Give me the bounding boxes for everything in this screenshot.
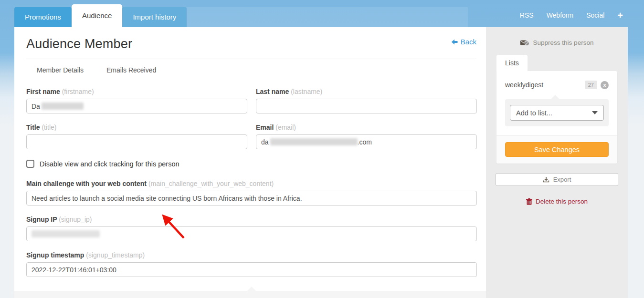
email-suffix-text: .com <box>358 138 372 146</box>
add-to-list-select[interactable]: Add to list... <box>510 105 604 121</box>
tracking-checkbox[interactable] <box>26 160 34 168</box>
first-name-input[interactable]: Da <box>26 99 247 113</box>
nav-link-rss[interactable]: RSS <box>520 11 534 19</box>
field-signup-timestamp: Signup timestamp (signup_timestamp) <box>26 251 477 277</box>
page-title: Audience Member <box>26 37 476 51</box>
main-nav-tabs: Promotions Audience Import history <box>14 4 187 27</box>
trash-icon <box>526 198 532 205</box>
export-button[interactable]: Export <box>496 173 618 186</box>
title-input[interactable] <box>26 134 247 149</box>
suppress-mail-icon <box>520 40 529 46</box>
remove-from-list-icon[interactable]: x <box>601 81 609 89</box>
title-divider <box>26 59 476 59</box>
title-label: Title <box>26 123 40 131</box>
back-arrow-icon <box>451 39 458 45</box>
signup-timestamp-input[interactable] <box>26 262 477 277</box>
email-label: Email <box>256 123 274 131</box>
tab-import-history[interactable]: Import history <box>122 7 187 27</box>
field-email: Email (email) da .com <box>256 123 477 149</box>
subtab-emails-received[interactable]: Emails Received <box>106 66 156 74</box>
back-label: Back <box>461 38 476 46</box>
member-subtabs: Member Details Emails Received <box>37 66 476 74</box>
list-item: weeklydigest 27 x <box>505 81 609 89</box>
tracking-checkbox-row: Disable view and click tracking for this… <box>26 160 477 168</box>
signup-timestamp-label: Signup timestamp <box>26 251 84 259</box>
nav-link-webform[interactable]: Webform <box>547 11 574 19</box>
nav-link-social[interactable]: Social <box>586 11 604 19</box>
download-icon <box>543 176 549 183</box>
tab-lists[interactable]: Lists <box>496 55 528 71</box>
add-panel-caret <box>551 95 560 99</box>
list-count-badge: 27 <box>585 81 597 89</box>
app-window: Promotions Audience Import history RSS W… <box>0 0 644 298</box>
last-name-input[interactable] <box>256 99 477 113</box>
add-to-list-panel: Add to list... <box>505 99 609 126</box>
bottom-panel-edge <box>14 291 486 298</box>
title-key: (title) <box>42 123 56 131</box>
subtab-member-details[interactable]: Member Details <box>37 66 84 74</box>
suppress-person-action[interactable]: Suppress this person <box>486 39 628 46</box>
bottom-panel-caret <box>247 287 256 291</box>
field-signup-ip: Signup IP (signup_ip) <box>26 216 477 241</box>
right-sidebar: Suppress this person Lists weeklydigest … <box>486 27 628 298</box>
redacted-text <box>42 103 84 110</box>
tab-promotions[interactable]: Promotions <box>14 7 72 27</box>
first-name-label: First name <box>26 88 60 95</box>
signup-ip-key: (signup_ip) <box>59 216 92 223</box>
export-button-label: Export <box>553 176 571 183</box>
tracking-checkbox-label: Disable view and click tracking for this… <box>40 160 179 168</box>
signup-ip-input[interactable] <box>26 226 477 241</box>
back-link[interactable]: Back <box>451 38 476 46</box>
email-key: (email) <box>275 123 296 131</box>
suppress-person-label: Suppress this person <box>533 39 594 46</box>
last-name-label: Last name <box>256 88 289 95</box>
signup-timestamp-key: (signup_timestamp) <box>86 251 145 259</box>
main-panel: Audience Member Back Member Details Emai… <box>14 27 486 298</box>
main-challenge-label: Main challenge with your web content <box>26 180 147 187</box>
tab-audience[interactable]: Audience <box>72 4 123 27</box>
main-challenge-input[interactable] <box>26 191 477 206</box>
nav-right-links: RSS Webform Social + <box>520 11 623 19</box>
chevron-down-icon <box>592 111 598 114</box>
first-name-key: (firstname) <box>62 88 94 95</box>
field-title: Title (title) <box>26 123 247 149</box>
add-plus-icon[interactable]: + <box>617 12 623 19</box>
save-changes-button[interactable]: Save Changes <box>505 142 609 157</box>
redacted-text <box>270 138 358 145</box>
lists-card: weeklydigest 27 x Add to list... Save Ch… <box>496 71 617 164</box>
email-prefix-text: da <box>261 138 269 146</box>
signup-ip-label: Signup IP <box>26 216 57 223</box>
delete-person-action[interactable]: Delete this person <box>486 198 628 205</box>
first-name-visible-text: Da <box>32 103 40 110</box>
email-input[interactable]: da .com <box>256 134 477 149</box>
field-last-name: Last name (lastname) <box>256 88 477 113</box>
field-main-challenge: Main challenge with your web content (ma… <box>26 180 477 206</box>
last-name-key: (lastname) <box>291 88 322 95</box>
delete-person-label: Delete this person <box>536 198 588 205</box>
lists-card-footer: Save Changes <box>496 135 617 164</box>
member-form: First name (firstname) Da Last name (las… <box>26 88 477 277</box>
add-to-list-value: Add to list... <box>516 109 552 117</box>
main-challenge-key: (main_challenge_with_your_web_content) <box>148 180 274 187</box>
redacted-text <box>32 230 100 237</box>
field-first-name: First name (firstname) Da <box>26 88 247 113</box>
list-item-name: weeklydigest <box>505 81 585 89</box>
